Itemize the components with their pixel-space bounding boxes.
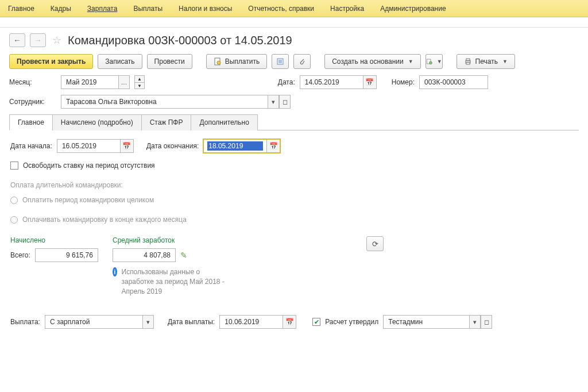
edit-avg-icon[interactable]: ✎ bbox=[180, 251, 187, 260]
post-and-close-button[interactable]: Провести и закрыть bbox=[9, 54, 93, 69]
approver-field[interactable]: ▾ ◻ bbox=[383, 315, 492, 329]
create-based-button[interactable]: Создать на основании ▼ bbox=[324, 54, 420, 69]
calendar-icon[interactable]: 📅 bbox=[283, 315, 296, 329]
calendar-icon[interactable]: 📅 bbox=[266, 139, 280, 153]
save-button[interactable]: Записать bbox=[98, 54, 142, 69]
total-label: Всего: bbox=[10, 251, 30, 259]
svg-point-1 bbox=[217, 61, 220, 64]
opt-whole-label: Оплатить период командировки целиком bbox=[22, 196, 154, 204]
menu-item-admin[interactable]: Администрирование bbox=[379, 2, 447, 15]
approved-checkbox[interactable]: ✔ bbox=[312, 318, 320, 326]
avg-input[interactable] bbox=[117, 251, 172, 260]
start-date-label: Дата начала: bbox=[10, 142, 52, 150]
avg-field[interactable] bbox=[113, 248, 176, 262]
tab-pfr[interactable]: Стаж ПФР bbox=[141, 114, 192, 130]
employee-dropdown-button[interactable]: ▾ bbox=[268, 95, 279, 109]
paydate-input[interactable] bbox=[223, 317, 279, 326]
title-bar: ← → ☆ Командировка 00ЗК-000003 от 14.05.… bbox=[0, 28, 588, 51]
calendar-icon[interactable]: 📅 bbox=[363, 75, 377, 89]
start-date-field[interactable]: 📅 bbox=[57, 139, 134, 153]
tab-main[interactable]: Главное bbox=[9, 114, 53, 130]
tab-extra[interactable]: Дополнительно bbox=[191, 114, 257, 130]
approver-dropdown-button[interactable]: ▾ bbox=[469, 315, 481, 329]
post-button[interactable]: Провести bbox=[147, 54, 192, 69]
avg-header: Средний заработок bbox=[113, 236, 227, 244]
paperclip-icon bbox=[298, 57, 306, 66]
end-date-input[interactable] bbox=[207, 141, 263, 151]
document-money-icon bbox=[214, 57, 222, 66]
long-trip-header: Оплата длительной командировки: bbox=[10, 181, 578, 189]
payout-input[interactable] bbox=[49, 317, 139, 326]
month-ellipsis-button[interactable]: … bbox=[118, 75, 130, 89]
nav-forward-button[interactable]: → bbox=[30, 33, 46, 47]
refresh-button[interactable]: ⟳ bbox=[366, 236, 384, 251]
top-menu: Главное Кадры Зарплата Выплаты Налоги и … bbox=[0, 0, 588, 17]
doc-date-field[interactable]: 📅 bbox=[300, 75, 377, 89]
number-field[interactable] bbox=[419, 75, 488, 89]
toolbar: Провести и закрыть Записать Провести Вып… bbox=[0, 51, 588, 75]
menu-item-main[interactable]: Главное bbox=[7, 2, 36, 15]
menu-item-salary[interactable]: Зарплата bbox=[86, 2, 119, 15]
month-field[interactable]: … bbox=[61, 75, 130, 89]
paydate-field[interactable]: 📅 bbox=[219, 315, 296, 329]
report-button[interactable] bbox=[272, 54, 289, 69]
release-rate-checkbox[interactable] bbox=[10, 162, 18, 170]
pay-button[interactable]: Выплатить bbox=[206, 54, 268, 69]
svg-point-7 bbox=[429, 62, 432, 64]
approved-label: Расчет утвердил bbox=[325, 318, 378, 326]
spin-up-icon[interactable]: ▲ bbox=[134, 75, 145, 82]
employee-field[interactable]: ▾ ◻ bbox=[61, 95, 291, 109]
printer-icon bbox=[464, 57, 472, 66]
menu-item-hr[interactable]: Кадры bbox=[49, 2, 72, 15]
paydate-label: Дата выплаты: bbox=[168, 318, 215, 326]
end-date-field[interactable]: 📅 bbox=[203, 139, 280, 153]
print-label: Печать bbox=[475, 57, 498, 66]
pay-button-label: Выплатить bbox=[225, 57, 260, 66]
attach-button[interactable] bbox=[293, 54, 311, 69]
link-doc-icon bbox=[426, 57, 432, 66]
link-button[interactable]: ▼ bbox=[425, 54, 443, 69]
end-date-label: Дата окончания: bbox=[146, 142, 199, 150]
accrued-header: Начислено bbox=[10, 236, 108, 244]
month-spin[interactable]: ▲ ▼ bbox=[134, 75, 145, 89]
start-date-input[interactable] bbox=[61, 141, 117, 151]
opt-monthly-radio bbox=[10, 216, 18, 224]
caret-down-icon: ▼ bbox=[437, 59, 442, 64]
number-label: Номер: bbox=[392, 78, 415, 86]
total-field[interactable] bbox=[35, 248, 98, 262]
month-label: Месяц: bbox=[9, 78, 56, 86]
employee-input[interactable] bbox=[65, 97, 264, 106]
menu-item-reports[interactable]: Отчетность, справки bbox=[247, 2, 315, 15]
number-input[interactable] bbox=[423, 78, 484, 87]
svg-rect-9 bbox=[466, 59, 470, 60]
payout-label: Выплата: bbox=[10, 318, 40, 326]
employee-open-button[interactable]: ◻ bbox=[279, 95, 291, 109]
tabs: Главное Начислено (подробно) Стаж ПФР До… bbox=[9, 114, 579, 130]
menu-item-taxes[interactable]: Налоги и взносы bbox=[177, 2, 233, 15]
menu-item-settings[interactable]: Настройка bbox=[329, 2, 365, 15]
payout-field[interactable]: ▾ bbox=[45, 315, 154, 329]
month-input[interactable] bbox=[65, 78, 115, 87]
spin-down-icon[interactable]: ▼ bbox=[134, 82, 145, 89]
favorite-icon[interactable]: ☆ bbox=[51, 34, 63, 47]
create-based-label: Создать на основании bbox=[332, 57, 404, 66]
payout-dropdown-button[interactable]: ▾ bbox=[142, 315, 154, 329]
menu-item-payments[interactable]: Выплаты bbox=[132, 2, 164, 15]
date-label: Дата: bbox=[278, 78, 295, 86]
calendar-icon[interactable]: 📅 bbox=[120, 139, 134, 153]
tab-accrued[interactable]: Начислено (подробно) bbox=[52, 114, 142, 130]
approver-input[interactable] bbox=[387, 317, 466, 326]
doc-date-input[interactable] bbox=[304, 78, 359, 87]
list-icon bbox=[276, 57, 284, 66]
caret-down-icon: ▼ bbox=[408, 59, 413, 64]
employee-label: Сотрудник: bbox=[9, 98, 56, 106]
nav-back-button[interactable]: ← bbox=[9, 33, 25, 47]
opt-whole-radio bbox=[10, 197, 18, 204]
info-text: Использованы данные о заработке за перио… bbox=[122, 267, 228, 296]
total-input[interactable] bbox=[39, 251, 94, 260]
print-button[interactable]: Печать ▼ bbox=[457, 54, 515, 69]
page-title: Командировка 00ЗК-000003 от 14.05.2019 bbox=[68, 34, 292, 47]
tab-body-main: Дата начала: 📅 Дата окончания: 📅 Освобод… bbox=[9, 130, 579, 342]
approver-open-button[interactable]: ◻ bbox=[481, 315, 492, 329]
opt-monthly-label: Оплачивать командировку в конце каждого … bbox=[22, 216, 187, 224]
